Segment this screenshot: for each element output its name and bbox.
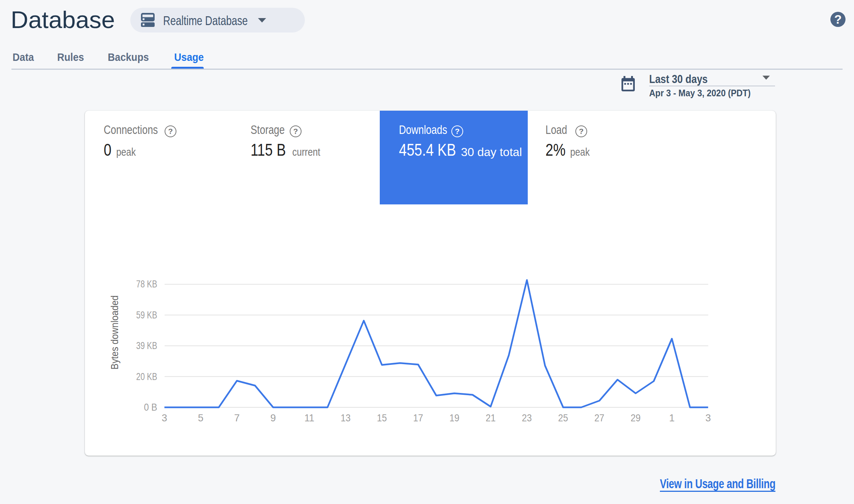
svg-text:1: 1 — [669, 412, 675, 424]
svg-text:3: 3 — [162, 412, 167, 424]
svg-text:Bytes downloaded: Bytes downloaded — [109, 296, 120, 370]
svg-text:17: 17 — [413, 412, 423, 424]
svg-text:9: 9 — [271, 412, 276, 424]
svg-text:78 KB: 78 KB — [136, 279, 157, 290]
svg-text:59 KB: 59 KB — [136, 310, 157, 321]
svg-text:25: 25 — [558, 412, 568, 424]
svg-text:11: 11 — [304, 412, 314, 424]
svg-text:29: 29 — [631, 412, 641, 424]
svg-text:13: 13 — [341, 412, 351, 424]
svg-text:21: 21 — [486, 412, 496, 424]
svg-text:0 B: 0 B — [144, 402, 157, 413]
svg-text:39 KB: 39 KB — [136, 340, 157, 351]
svg-text:20 KB: 20 KB — [136, 371, 157, 382]
svg-text:27: 27 — [595, 412, 605, 424]
svg-text:23: 23 — [522, 412, 532, 424]
svg-text:5: 5 — [198, 412, 203, 424]
svg-text:19: 19 — [450, 412, 459, 424]
svg-text:7: 7 — [234, 412, 240, 424]
svg-text:15: 15 — [377, 412, 387, 424]
svg-text:3: 3 — [705, 412, 711, 424]
